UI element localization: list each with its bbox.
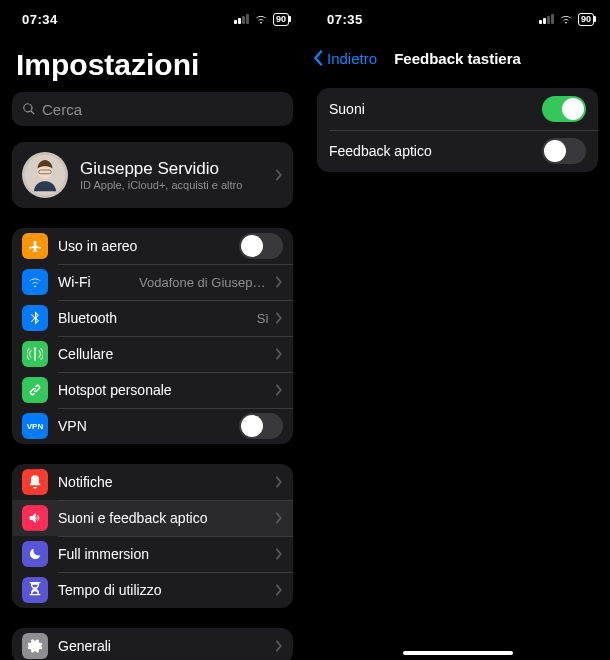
profile-name: Giuseppe Servidio [80, 159, 269, 179]
settings-row[interactable]: Wi-FiVodafone di Giuseppe e Sara [12, 264, 293, 300]
feedback-row[interactable]: Feedback aptico [317, 130, 598, 172]
search-placeholder: Cerca [42, 101, 82, 118]
wifi-status-icon [254, 12, 268, 26]
back-button[interactable]: Indietro [313, 49, 377, 67]
profile-subtitle: ID Apple, iCloud+, acquisti e altro [80, 179, 269, 191]
status-indicators: 90 [234, 12, 291, 26]
status-time: 07:34 [22, 12, 58, 27]
settings-row[interactable]: Full immersion [12, 536, 293, 572]
row-label: Hotspot personale [58, 382, 269, 398]
row-label: Generali [58, 638, 269, 654]
bluetooth-icon [22, 305, 48, 331]
search-icon [22, 102, 36, 116]
chevron-right-icon [275, 548, 283, 560]
settings-group: Generali [12, 628, 293, 660]
avatar [22, 152, 68, 198]
antenna-icon [22, 341, 48, 367]
gear-icon [22, 633, 48, 659]
speaker-icon [22, 505, 48, 531]
status-time: 07:35 [327, 12, 363, 27]
settings-row[interactable]: BluetoothSì [12, 300, 293, 336]
toggle[interactable] [542, 138, 586, 164]
moon-icon [22, 541, 48, 567]
toggle[interactable] [542, 96, 586, 122]
status-indicators: 90 [539, 12, 596, 26]
feedback-scroll[interactable]: SuoniFeedback aptico [305, 78, 610, 660]
cellular-signal-icon [539, 14, 554, 24]
battery-icon: 90 [578, 13, 594, 26]
settings-group: NotificheSuoni e feedback apticoFull imm… [12, 464, 293, 608]
row-label: VPN [58, 418, 233, 434]
settings-scroll[interactable]: Impostazioni Cerca Giuseppe Servidio ID … [0, 38, 305, 660]
keyboard-feedback-screen: 07:35 90 Indietro Feedback tastiera Suon… [305, 0, 610, 660]
chevron-right-icon [275, 640, 283, 652]
nav-title: Feedback tastiera [394, 50, 521, 67]
row-label: Uso in aereo [58, 238, 233, 254]
row-label: Cellulare [58, 346, 269, 362]
home-indicator[interactable] [403, 651, 513, 655]
chevron-right-icon [275, 476, 283, 488]
row-label: Suoni [329, 101, 536, 117]
row-label: Tempo di utilizzo [58, 582, 269, 598]
row-label: Wi-Fi [58, 274, 133, 290]
cellular-signal-icon [234, 14, 249, 24]
toggle[interactable] [239, 413, 283, 439]
settings-row[interactable]: Generali [12, 628, 293, 660]
settings-row[interactable]: Cellulare [12, 336, 293, 372]
feedback-row[interactable]: Suoni [317, 88, 598, 130]
chevron-right-icon [275, 384, 283, 396]
chevron-right-icon [275, 348, 283, 360]
settings-row[interactable]: Notifiche [12, 464, 293, 500]
vpn-icon: VPN [22, 413, 48, 439]
search-input[interactable]: Cerca [12, 92, 293, 126]
settings-row[interactable]: Suoni e feedback aptico [12, 500, 293, 536]
settings-row[interactable]: Uso in aereo [12, 228, 293, 264]
status-bar: 07:35 90 [305, 0, 610, 38]
status-bar: 07:34 90 [0, 0, 305, 38]
row-label: Notifiche [58, 474, 269, 490]
airplane-icon [22, 233, 48, 259]
wifi-status-icon [559, 12, 573, 26]
profile-group: Giuseppe Servidio ID Apple, iCloud+, acq… [12, 142, 293, 208]
wifi-icon [22, 269, 48, 295]
row-detail: Sì [257, 311, 269, 326]
hourglass-icon [22, 577, 48, 603]
settings-row[interactable]: Hotspot personale [12, 372, 293, 408]
settings-screen: 07:34 90 Impostazioni Cerca Giusepp [0, 0, 305, 660]
chevron-right-icon [275, 169, 283, 181]
row-label: Full immersion [58, 546, 269, 562]
settings-row[interactable]: VPNVPN [12, 408, 293, 444]
chevron-left-icon [313, 49, 325, 67]
battery-icon: 90 [273, 13, 289, 26]
row-label: Suoni e feedback aptico [58, 510, 269, 526]
chevron-right-icon [275, 584, 283, 596]
settings-group: Uso in aereoWi-FiVodafone di Giuseppe e … [12, 228, 293, 444]
chevron-right-icon [275, 276, 283, 288]
row-label: Feedback aptico [329, 143, 536, 159]
row-detail: Vodafone di Giuseppe e Sara [139, 275, 269, 290]
nav-bar: Indietro Feedback tastiera [305, 38, 610, 78]
toggle[interactable] [239, 233, 283, 259]
feedback-group: SuoniFeedback aptico [317, 88, 598, 172]
chevron-right-icon [275, 312, 283, 324]
row-label: Bluetooth [58, 310, 251, 326]
link-icon [22, 377, 48, 403]
profile-row[interactable]: Giuseppe Servidio ID Apple, iCloud+, acq… [12, 142, 293, 208]
page-title: Impostazioni [16, 48, 293, 82]
bell-icon [22, 469, 48, 495]
settings-row[interactable]: Tempo di utilizzo [12, 572, 293, 608]
chevron-right-icon [275, 512, 283, 524]
